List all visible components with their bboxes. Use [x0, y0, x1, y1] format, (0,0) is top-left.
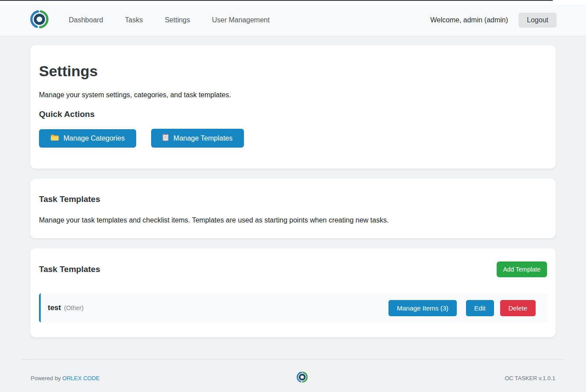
brand-logo[interactable]: [29, 9, 49, 31]
templates-info-card: Task Templates Manage your task template…: [30, 179, 556, 238]
powered-by-prefix: Powered by: [31, 375, 62, 381]
manage-categories-label: Manage Categories: [64, 134, 125, 142]
clipboard-icon: [162, 134, 169, 143]
templates-list-card: Task Templates Add Template test (Other)…: [30, 248, 556, 337]
template-category: (Other): [64, 304, 83, 311]
orlex-ring-logo-icon: [29, 9, 49, 31]
version-text: OC TASKER v.1.0.1: [505, 375, 555, 381]
delete-template-button[interactable]: Delete: [500, 300, 536, 316]
template-name: test: [48, 304, 61, 312]
edit-template-button[interactable]: Edit: [466, 300, 494, 316]
nav-item-tasks[interactable]: Tasks: [125, 16, 143, 24]
templates-list-header: Task Templates Add Template: [39, 261, 547, 277]
navbar: Dashboard Tasks Settings User Management…: [0, 4, 586, 36]
template-row-actions: Manage Items (3) Edit Delete: [388, 300, 536, 316]
settings-card: Settings Manage your system settings, ca…: [30, 45, 556, 169]
templates-info-description: Manage your task templates and checklist…: [39, 216, 547, 224]
manage-templates-button[interactable]: Manage Templates: [151, 129, 244, 148]
footer-logo: [296, 371, 308, 385]
template-row: test (Other) Manage Items (3) Edit Delet…: [39, 293, 547, 322]
page-title: Settings: [39, 63, 547, 80]
orlex-ring-logo-icon: [296, 377, 308, 385]
add-template-button[interactable]: Add Template: [497, 261, 547, 277]
manage-items-button[interactable]: Manage Items (3): [388, 300, 457, 316]
manage-categories-button[interactable]: Manage Categories: [39, 129, 136, 148]
nav-item-dashboard[interactable]: Dashboard: [69, 16, 103, 24]
main-content: Settings Manage your system settings, ca…: [30, 45, 556, 337]
nav-links: Dashboard Tasks Settings User Management: [69, 16, 270, 24]
navbar-right: Welcome, admin (admin) Logout: [431, 13, 557, 28]
quick-actions-row: Manage Categories Manage Templates: [39, 129, 547, 148]
templates-list-title: Task Templates: [39, 265, 100, 274]
nav-item-user-management[interactable]: User Management: [212, 16, 270, 24]
template-name-wrap: test (Other): [48, 304, 84, 312]
powered-by-text: Powered by ORLEX CODE: [31, 375, 100, 381]
navbar-inner: Dashboard Tasks Settings User Management…: [29, 9, 557, 31]
window-top-edge: [0, 0, 553, 1]
manage-templates-label: Manage Templates: [173, 134, 233, 142]
orlex-code-link[interactable]: ORLEX CODE: [62, 375, 99, 381]
nav-item-settings[interactable]: Settings: [165, 16, 190, 24]
templates-info-title: Task Templates: [39, 194, 547, 204]
footer: Powered by ORLEX CODE OC TASKER v.1.0.1: [22, 359, 564, 385]
welcome-text: Welcome, admin (admin): [431, 16, 508, 24]
logout-button[interactable]: Logout: [519, 13, 557, 28]
folder-icon: [50, 134, 59, 143]
window-top-strip: [0, 0, 586, 4]
settings-description: Manage your system settings, categories,…: [39, 91, 547, 99]
quick-actions-heading: Quick Actions: [39, 109, 547, 119]
